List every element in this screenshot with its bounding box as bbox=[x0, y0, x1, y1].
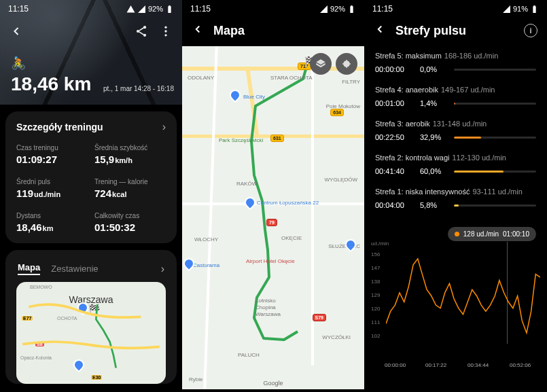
more-icon[interactable] bbox=[159, 24, 173, 41]
map-label: STARA OCHOTA bbox=[270, 75, 313, 81]
details-header[interactable]: Szczegóły treningu › bbox=[16, 121, 166, 133]
road-shield: E30 bbox=[91, 375, 102, 380]
map-label: RAKÓW bbox=[236, 181, 257, 187]
cycling-icon: 🚴 bbox=[11, 56, 91, 71]
stat-distance: Dystans 18,46km bbox=[16, 212, 88, 234]
map-label: FILTRY bbox=[342, 79, 360, 85]
fullscreen-map[interactable]: ODOLANY STARA OCHOTA FILTRY Blue City Po… bbox=[182, 46, 364, 389]
stat-totaltime: Całkowity czas 01:50:32 bbox=[94, 212, 166, 234]
status-time: 11:15 bbox=[8, 4, 29, 14]
x-tick: 00:00:00 bbox=[385, 362, 406, 368]
map-label: Rybie bbox=[189, 376, 202, 382]
y-tick: 138 bbox=[371, 279, 380, 285]
svg-point-3 bbox=[164, 26, 166, 29]
map-label: Castorama bbox=[193, 262, 219, 268]
dot-icon bbox=[455, 232, 459, 236]
road-shield: 79 bbox=[266, 219, 277, 226]
map-label: PALUCH bbox=[238, 352, 260, 358]
back-icon[interactable] bbox=[10, 24, 23, 41]
hero-datetime: pt., 1 mar 14:28 - 16:18 bbox=[103, 85, 174, 92]
map-label: OKĘCIE bbox=[281, 235, 302, 241]
tab-summary[interactable]: Zestawienie bbox=[51, 264, 98, 274]
map-label: ODOLANY bbox=[188, 75, 214, 81]
chevron-right-icon[interactable]: › bbox=[161, 263, 164, 275]
x-tick: 00:17:22 bbox=[425, 362, 446, 368]
map-label: Park Szczęśliwicki bbox=[219, 137, 263, 143]
y-tick: 156 bbox=[371, 251, 380, 257]
map-label: WYGLĘDÓW bbox=[325, 177, 357, 183]
hr-zone-row: Strefa 2: kontrola wagi112-130 ud./min 0… bbox=[364, 149, 547, 183]
stat-calories: Trening — kalorie 724kcal bbox=[94, 178, 166, 200]
map-label: Chopina bbox=[255, 304, 276, 310]
status-icons: 92% bbox=[126, 5, 174, 14]
stat-duration: Czas treningu 01:09:27 bbox=[16, 144, 88, 166]
minimap[interactable]: Warszawa 🏁 E77 S8 E30 BEMOWO OCHOTA Opac… bbox=[16, 282, 166, 384]
road-shield: 631 bbox=[270, 135, 284, 142]
status-icons: 92% bbox=[319, 5, 356, 14]
back-icon[interactable] bbox=[192, 23, 204, 38]
stat-avgspeed: Średnia szybkość 15,9km/h bbox=[94, 144, 166, 166]
map-label: Blue City bbox=[243, 94, 265, 100]
hr-chart[interactable]: 128 ud./min 01:00:10 ud./min 156 147 138… bbox=[371, 227, 540, 363]
map-title: Mapa bbox=[213, 24, 245, 38]
x-tick: 00:52:06 bbox=[510, 362, 531, 368]
map-label: Warszawa bbox=[255, 311, 281, 317]
status-time: 11:15 bbox=[190, 4, 211, 14]
zones-title: Strefy pulsu bbox=[395, 24, 514, 38]
map-label: Centrum Łopuszańska 22 bbox=[257, 200, 319, 206]
status-icons: 91% bbox=[502, 5, 539, 14]
hr-zone-row: Strefa 4: anaerobik149-167 ud./min 00:01… bbox=[364, 82, 547, 115]
map-label: Lotnisko bbox=[255, 298, 276, 304]
google-attribution: Google bbox=[263, 380, 283, 387]
road-shield: 634 bbox=[330, 109, 344, 116]
y-tick: 111 bbox=[371, 319, 380, 325]
layers-button[interactable] bbox=[310, 53, 332, 75]
x-tick: 00:34:44 bbox=[467, 362, 489, 368]
share-icon[interactable] bbox=[135, 24, 148, 41]
tab-map[interactable]: Mapa bbox=[18, 262, 40, 275]
map-label: Airport Hotel Okęcie bbox=[246, 258, 295, 264]
stat-avghr: Średni puls 119ud./min bbox=[16, 178, 88, 200]
y-tick: 102 bbox=[371, 333, 380, 339]
hero-distance: 18,46 km bbox=[11, 73, 91, 95]
back-icon[interactable] bbox=[374, 23, 386, 38]
y-tick: 129 bbox=[371, 292, 380, 298]
route-line bbox=[16, 282, 166, 376]
hr-zone-row: Strefa 3: aerobik131-148 ud./min 00:22:5… bbox=[364, 115, 547, 149]
details-title: Szczegóły treningu bbox=[16, 122, 103, 132]
map-label: WYCZÓŁKI bbox=[322, 334, 351, 340]
y-tick: 147 bbox=[371, 265, 380, 271]
hr-zone-row: Strefa 5: maksimum168-186 ud./min 00:00:… bbox=[364, 48, 547, 82]
y-tick: 120 bbox=[371, 306, 380, 312]
locate-button[interactable] bbox=[336, 53, 357, 75]
status-time: 11:15 bbox=[372, 4, 393, 14]
svg-point-4 bbox=[164, 30, 166, 32]
chart-line bbox=[386, 243, 540, 344]
chevron-right-icon: › bbox=[162, 121, 166, 133]
road-shield: S79 bbox=[313, 314, 326, 321]
chart-tooltip: 128 ud./min 01:00:10 bbox=[448, 227, 536, 241]
map-label: WŁOCHY bbox=[194, 236, 218, 243]
info-button[interactable]: i bbox=[524, 24, 537, 37]
hr-zone-row: Strefa 1: niska intensywność93-111 ud./m… bbox=[364, 183, 547, 217]
svg-point-5 bbox=[164, 34, 166, 36]
